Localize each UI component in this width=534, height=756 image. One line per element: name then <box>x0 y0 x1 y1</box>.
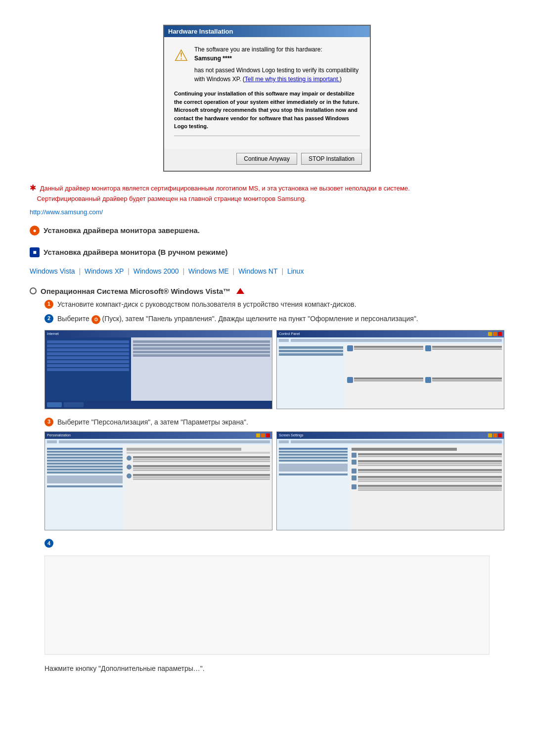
nav-link-xp[interactable]: Windows XP <box>85 267 124 275</box>
ss-3-c1 <box>127 448 241 451</box>
ss-4-s1 <box>279 448 348 450</box>
ss-1-line5 <box>133 354 270 357</box>
ss-3-toolbar <box>45 439 272 445</box>
ss-4-row2 <box>352 460 502 467</box>
dialog-text-block: The software you are installing for this… <box>194 45 360 84</box>
nav-link-2000[interactable]: Windows 2000 <box>134 267 179 275</box>
dialog-warning-row: ⚠ The software you are installing for th… <box>174 45 360 84</box>
ss-4-g3-2 <box>358 472 502 473</box>
stop-installation-button[interactable]: STOP Installation <box>301 153 362 165</box>
ss-2-toolbar <box>277 337 504 343</box>
ss-3-container: Personalization <box>45 432 272 530</box>
ss-4-icon-1 <box>352 453 356 458</box>
substep-3-num: 3 <box>44 418 53 426</box>
ss-3-s3 <box>47 454 123 456</box>
ss-2-container: Control Panel <box>277 331 504 409</box>
ss-2-t4-1 <box>432 378 502 379</box>
nav-sep-4: | <box>233 267 235 275</box>
ss-3-tg3-2 <box>133 476 270 478</box>
ss-1-sidebar-item4 <box>47 352 129 355</box>
ss-2-close <box>498 332 502 336</box>
note-text1: Данный драйвер монитора является сертифи… <box>40 185 410 192</box>
ss-4-row4 <box>352 475 502 482</box>
screenshot-start-menu: Internet <box>44 330 272 409</box>
ss-1-sidebar <box>45 337 131 401</box>
triangle-icon <box>236 288 244 294</box>
ss-2-text-3 <box>354 377 424 382</box>
ss-4-g2-3 <box>358 465 502 466</box>
ss-2-grid-item-2 <box>425 345 502 375</box>
ss-1-taskbar <box>45 401 272 409</box>
ss-3-text-grp2 <box>133 465 270 472</box>
dialog-title: Hardware Installation <box>168 28 233 35</box>
ss-4-back <box>279 440 289 443</box>
ss-4-close <box>498 433 502 437</box>
manual-install-row: ■ Установка драйвера монитора (В ручном … <box>30 247 504 257</box>
ss-4-icon-2 <box>352 460 356 465</box>
substep-1: 1 Установите компакт-диск с руководством… <box>44 299 504 310</box>
manual-install-icon: ■ <box>30 247 40 257</box>
dialog-title-bar: Hardware Installation <box>164 26 370 37</box>
ss-3-row3 <box>127 473 270 480</box>
ss-3-bold-item <box>47 475 123 483</box>
ss-4-titlebar: Screen Settings <box>277 432 504 439</box>
ss-4-icon-3 <box>352 469 356 473</box>
ss-3-tg1-2 <box>133 459 270 460</box>
ss-2-max <box>493 332 497 336</box>
ss-3-icon-3 <box>127 473 132 478</box>
dialog-device-name: Samsung **** <box>194 54 360 63</box>
ss-4-container: Screen Settings <box>277 432 504 530</box>
substep-1-num: 1 <box>44 300 53 309</box>
ss-3-close <box>266 433 270 437</box>
nav-sep-3: | <box>182 267 184 275</box>
ss-2-t1-2 <box>354 348 424 350</box>
ss-3-body <box>45 445 272 530</box>
ss-4-address <box>291 440 502 443</box>
nav-link-nt[interactable]: Windows NT <box>238 267 277 275</box>
ss-3-tg2-3 <box>133 470 270 471</box>
ss-4-icon-5 <box>352 484 356 489</box>
substep-2: 2 Выберите ⊙ (Пуск), затем "Панель управ… <box>44 314 504 324</box>
ss-4-s2 <box>279 451 348 453</box>
ss-3-tg2-2 <box>133 468 270 469</box>
ss-4-c1 <box>352 448 457 451</box>
ss-2-icon-1 <box>347 345 353 351</box>
ss-4-icon-4 <box>352 475 356 480</box>
ss-2-title: Control Panel <box>279 332 300 335</box>
nav-link-linux[interactable]: Linux <box>287 267 304 275</box>
samsung-link[interactable]: http://www.samsung.com/ <box>30 207 504 218</box>
ss-3-back <box>47 440 57 443</box>
nav-link-me[interactable]: Windows ME <box>188 267 229 275</box>
ss-4-bold-item <box>279 464 348 472</box>
ss-2-icon-3 <box>347 377 353 383</box>
ss-1-titlebar: Internet <box>45 331 272 337</box>
continue-anyway-button[interactable]: Continue Anyway <box>236 153 297 165</box>
nav-link-vista[interactable]: Windows Vista <box>30 267 75 275</box>
ss-1-sidebar-item2 <box>47 344 129 347</box>
ss-2-t4-2 <box>432 380 502 381</box>
ss-4-row3 <box>352 469 502 473</box>
screenshot-control-panel: Control Panel <box>276 330 504 409</box>
ss-2-lp-1 <box>279 346 343 349</box>
ss-3-s9 <box>47 472 123 473</box>
dialog-warning-text: Continuing your installation of this sof… <box>174 90 360 131</box>
ss-1-start-btn <box>47 402 62 407</box>
ss-4-content <box>350 445 504 530</box>
substep-3: 3 Выберите "Персонализация", а затем "Па… <box>44 417 504 427</box>
screenshots-row-2: Personalization <box>44 431 504 530</box>
ss-4-g5-1 <box>358 485 502 487</box>
ss-1-sidebar-item7 <box>47 364 129 367</box>
step-complete-text: Установка драйвера монитора завершена. <box>44 226 200 235</box>
dialog-link[interactable]: Tell me why this testing is important. <box>245 76 340 83</box>
ss-1-sidebar-item6 <box>47 360 129 363</box>
nav-sep-1: | <box>79 267 81 275</box>
ss-3-icon-1 <box>127 456 132 461</box>
ss-4-sidebar <box>277 445 350 530</box>
ss-4-g1-2 <box>358 456 502 457</box>
ss-1-taskbar-item <box>64 402 84 407</box>
manual-install-text: Установка драйвера монитора (В ручном ре… <box>44 248 227 256</box>
nav-sep-5: | <box>281 267 283 275</box>
ss-1-sidebar-item5 <box>47 356 129 359</box>
ss-3-content <box>125 445 272 530</box>
dialog-body: ⚠ The software you are installing for th… <box>164 37 370 149</box>
